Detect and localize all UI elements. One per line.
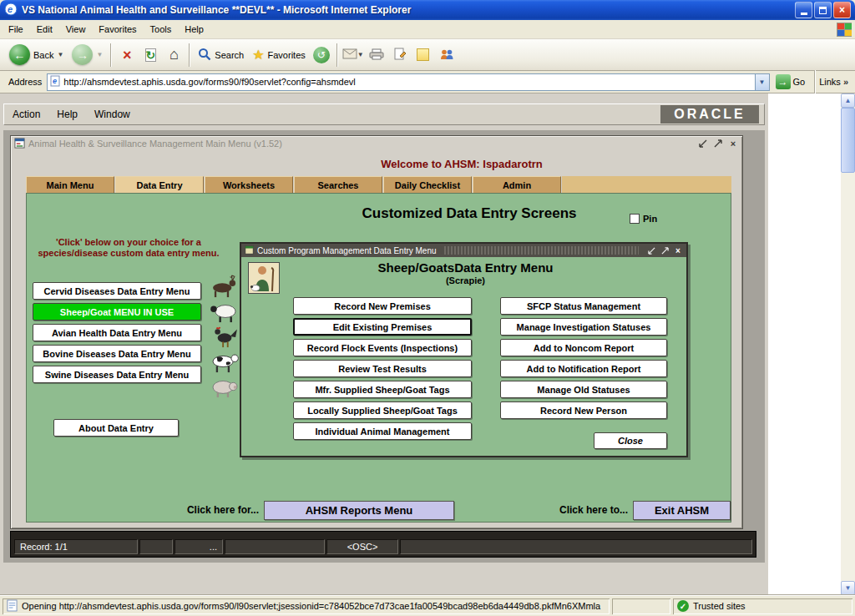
bovine-menu-button[interactable]: Bovine Diseases Data Entry Menu (33, 345, 201, 362)
address-input[interactable]: e http://ahsmdevtest.aphis.usda.gov/form… (47, 73, 769, 91)
dialog-restore-button[interactable] (660, 246, 670, 255)
tab-daily-checklist[interactable]: Daily Checklist (383, 176, 472, 193)
dialog-title: Custom Program Management Data Entry Men… (257, 246, 437, 255)
exit-ahsm-button[interactable]: Exit AHSM (633, 501, 731, 520)
pin-checkbox[interactable] (630, 214, 640, 224)
favorites-button[interactable]: ★ Favorites (248, 45, 310, 64)
forms-menu-action[interactable]: Action (4, 109, 48, 120)
menu-edit[interactable]: Edit (30, 20, 59, 38)
tab-main-menu[interactable]: Main Menu (26, 176, 114, 193)
edit-existing-premises-button[interactable]: Edit Existing Premises (293, 318, 472, 336)
close-button[interactable]: × (833, 2, 851, 18)
trusted-sites-icon: ✓ (677, 600, 689, 612)
back-dropdown-icon[interactable]: ▼ (57, 51, 63, 58)
dialog-right-column: SFCP Status Management Manage Investigat… (500, 297, 667, 422)
avian-menu-button[interactable]: Avian Health Data Entry Menu (33, 324, 201, 341)
tab-bar: Main Menu Data Entry Worksheets Searches… (26, 176, 731, 193)
tab-admin[interactable]: Admin (473, 176, 561, 193)
messenger-button[interactable] (435, 43, 458, 68)
minimize-button[interactable] (795, 2, 812, 18)
sheep-icon (205, 299, 244, 324)
dialog-close-button[interactable]: × (673, 246, 683, 255)
mdi-minimize-button[interactable] (697, 139, 709, 149)
stop-button[interactable]: × (115, 43, 139, 68)
status-dots: ... (175, 539, 223, 554)
review-test-results-button[interactable]: Review Test Results (293, 360, 472, 377)
edit-button[interactable] (388, 43, 412, 68)
forward-dropdown-icon[interactable]: ▼ (96, 51, 103, 58)
cervid-menu-button[interactable]: Cervid Diseases Data Entry Menu (33, 282, 201, 300)
mdi-desktop: Animal Health & Surveillance Management … (3, 130, 765, 563)
menu-file[interactable]: File (2, 20, 30, 38)
svg-text:e: e (53, 77, 57, 85)
sfcp-status-management-button[interactable]: SFCP Status Management (500, 297, 667, 315)
dialog-titlebar-pattern (444, 246, 639, 255)
back-button[interactable]: ← Back ▼ (5, 43, 68, 67)
record-flock-events-button[interactable]: Record Flock Events (Inspections) (293, 339, 472, 356)
mdi-title-bar: Animal Health & Surveillance Management … (11, 136, 742, 151)
forms-menu-window[interactable]: Window (86, 109, 139, 120)
mdi-restore-button[interactable] (712, 139, 724, 149)
about-data-entry-button[interactable]: About Data Entry (53, 419, 179, 437)
form-icon (14, 138, 25, 150)
notes-button[interactable] (412, 43, 435, 68)
oracle-logo: ORACLE (660, 105, 759, 124)
forms-menu-help[interactable]: Help (48, 109, 86, 120)
status-cell (400, 539, 752, 554)
forward-button[interactable]: → ▼ (68, 43, 107, 67)
browser-window: e VS National Animal Health and Surveill… (0, 0, 855, 616)
links-button[interactable]: Links » (819, 77, 852, 87)
locally-supplied-tags-button[interactable]: Locally Supplied Sheep/Goat Tags (293, 401, 472, 419)
mail-dropdown-icon[interactable]: ▼ (357, 51, 364, 58)
pin-label: Pin (643, 214, 657, 224)
tab-worksheets[interactable]: Worksheets (205, 176, 293, 193)
add-to-noncom-report-button[interactable]: Add to Noncom Report (500, 339, 667, 356)
search-button[interactable]: Search (194, 46, 248, 64)
reports-caption: Click here for... (134, 504, 259, 516)
home-button[interactable]: ⌂ (162, 43, 185, 68)
mdi-close-button[interactable]: × (727, 139, 739, 149)
mfr-supplied-tags-button[interactable]: Mfr. Supplied Sheep/Goat Tags (293, 381, 472, 398)
back-label: Back (33, 50, 53, 60)
search-label: Search (215, 50, 244, 60)
add-to-notification-report-button[interactable]: Add to Notification Report (500, 360, 667, 377)
refresh-button[interactable]: ↻ (139, 43, 162, 68)
svg-text:e: e (8, 4, 13, 14)
manage-investigation-statuses-button[interactable]: Manage Investigation Statuses (500, 318, 667, 336)
menu-help[interactable]: Help (178, 20, 210, 38)
close-dialog-button[interactable]: Close (594, 432, 667, 449)
address-dropdown[interactable]: ▼ (755, 74, 769, 90)
scrollbar-track[interactable] (841, 108, 855, 581)
vertical-scrollbar[interactable]: ▲ ▼ (841, 93, 855, 595)
maximize-button[interactable] (814, 2, 832, 18)
scroll-up-button[interactable]: ▲ (841, 93, 855, 108)
title-bar: e VS National Animal Health and Surveill… (0, 0, 855, 20)
tab-searches[interactable]: Searches (294, 176, 382, 193)
tab-bar-filler (562, 176, 731, 193)
edit-icon (393, 48, 407, 63)
dialog-minimize-button[interactable] (646, 246, 656, 255)
address-bar: Address e http://ahsmdevtest.aphis.usda.… (0, 71, 855, 93)
swine-menu-button[interactable]: Swine Diseases Data Entry Menu (33, 366, 201, 383)
forms-menu-bar: Action Help Window ORACLE (3, 104, 765, 125)
address-url: http://ahsmdevtest.aphis.usda.gov/forms9… (63, 77, 751, 87)
search-icon (198, 48, 211, 63)
menu-favorites[interactable]: Favorites (92, 20, 143, 38)
individual-animal-management-button[interactable]: Individual Animal Management (293, 422, 472, 440)
menu-view[interactable]: View (59, 20, 93, 38)
history-button[interactable]: ↺ (310, 43, 333, 68)
go-button[interactable]: → Go (770, 74, 812, 89)
record-new-person-button[interactable]: Record New Person (500, 401, 667, 419)
scrollbar-thumb[interactable] (841, 108, 855, 173)
manage-old-statuses-button[interactable]: Manage Old Statuses (500, 381, 667, 398)
tab-data-entry[interactable]: Data Entry (115, 176, 204, 193)
ahsm-reports-menu-button[interactable]: AHSM Reports Menu (264, 501, 454, 520)
print-button[interactable] (365, 43, 388, 68)
record-new-premises-button[interactable]: Record New Premises (293, 297, 472, 315)
scroll-down-button[interactable]: ▼ (841, 581, 855, 595)
sheep-goat-menu-button[interactable]: Sheep/Goat MENU IN USE (33, 303, 201, 321)
menu-tools[interactable]: Tools (144, 20, 179, 38)
mail-button[interactable]: ▼ (341, 43, 365, 68)
home-icon: ⌂ (169, 46, 179, 63)
dialog-title-bar: Custom Program Management Data Entry Men… (241, 244, 686, 257)
